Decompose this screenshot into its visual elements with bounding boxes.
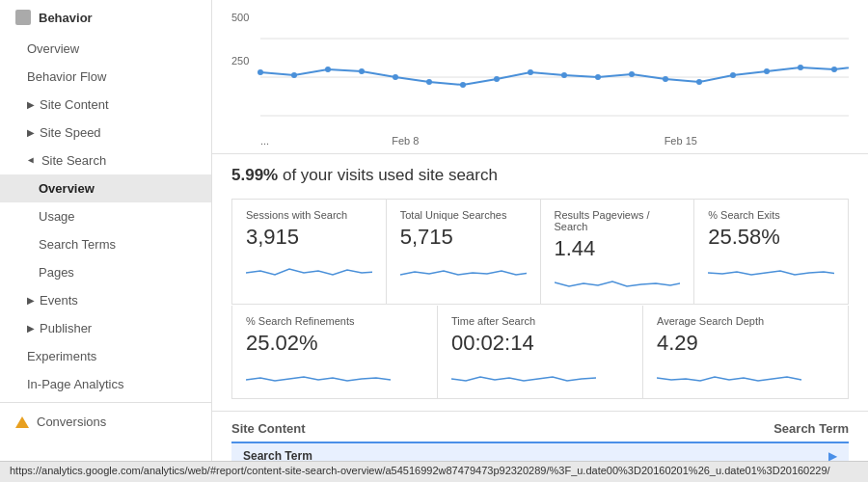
section-headers-row: Site Content Search Term — [231, 421, 849, 436]
stat-value-5: 00:02:14 — [451, 331, 629, 356]
sparkline-1 — [400, 254, 527, 282]
y-label-250: 250 — [231, 53, 249, 67]
sparkline-4 — [246, 360, 423, 388]
y-label-500: 500 — [231, 10, 249, 24]
sidebar-item-in-page-analytics[interactable]: In-Page Analytics — [0, 370, 211, 398]
svg-point-6 — [359, 68, 365, 74]
stat-search-exits: % Search Exits 25.58% — [694, 200, 848, 304]
search-overview-label: Overview — [39, 181, 95, 196]
stats-section: 5.99% of your visits used site search Se… — [212, 154, 868, 411]
sidebar-item-site-content[interactable]: ▶ Site Content — [0, 91, 211, 119]
svg-point-20 — [831, 67, 837, 72]
experiments-label: Experiments — [27, 349, 96, 363]
stats-grid-row2: % Search Refinements 25.02% Time after S… — [231, 306, 849, 399]
table-header-row[interactable]: Search Term ▶ — [231, 442, 849, 461]
svg-point-9 — [460, 82, 466, 88]
x-label-feb15: Feb 15 — [665, 135, 697, 147]
main-content: 500 250 — [212, 0, 868, 461]
svg-point-10 — [494, 76, 500, 82]
stat-value-3: 25.58% — [708, 225, 834, 250]
in-page-analytics-label: In-Page Analytics — [27, 377, 123, 391]
table-header-arrow-icon: ▶ — [828, 449, 837, 461]
stat-label-5: Time after Search — [451, 315, 629, 327]
stat-results-pageviews: Results Pageviews / Search 1.44 — [541, 200, 694, 304]
stat-total-unique: Total Unique Searches 5,715 — [387, 200, 540, 304]
usage-label: Usage — [39, 209, 75, 224]
sparkline-2 — [555, 265, 681, 294]
site-content-section: Site Content Search Term Search Term ▶ — [212, 411, 868, 461]
stat-label-2: Results Pageviews / Search — [555, 209, 681, 232]
site-speed-arrow: ▶ — [27, 127, 35, 138]
svg-point-5 — [325, 67, 331, 72]
sidebar-item-usage[interactable]: Usage — [0, 202, 211, 230]
site-content-label: Site Content — [40, 97, 109, 112]
svg-point-4 — [291, 72, 297, 78]
search-term-section-label: Search Term — [550, 421, 849, 436]
pages-label: Pages — [39, 265, 74, 280]
stat-value-0: 3,915 — [246, 225, 372, 250]
svg-point-13 — [595, 74, 601, 80]
chart-x-labels: ... Feb 8 Feb 15 — [231, 135, 849, 147]
svg-point-17 — [730, 72, 736, 78]
x-label-feb8: Feb 8 — [392, 135, 419, 147]
overview-label: Overview — [27, 41, 79, 56]
sparkline-6 — [657, 360, 834, 388]
svg-point-15 — [663, 76, 668, 82]
svg-point-3 — [258, 69, 263, 75]
sparkline-3 — [708, 254, 834, 282]
stats-headline: 5.99% of your visits used site search — [231, 166, 849, 185]
app-container: Behavior Overview Behavior Flow ▶ Site C… — [0, 0, 868, 461]
events-label: Events — [40, 293, 78, 308]
stat-avg-search-depth: Average Search Depth 4.29 — [643, 306, 848, 398]
conversions-icon — [15, 416, 29, 428]
svg-point-8 — [426, 79, 432, 85]
search-terms-label: Search Terms — [39, 237, 116, 252]
sidebar-item-search-overview[interactable]: Overview — [0, 174, 211, 202]
svg-point-16 — [696, 79, 702, 85]
site-content-section-label: Site Content — [231, 421, 530, 436]
stat-label-6: Average Search Depth — [657, 315, 834, 327]
site-search-arrow: ▼ — [26, 156, 37, 166]
sidebar-item-events[interactable]: ▶ Events — [0, 286, 211, 314]
sidebar-item-site-search[interactable]: ▼ Site Search — [0, 147, 211, 174]
sidebar-item-pages[interactable]: Pages — [0, 258, 211, 286]
svg-point-18 — [764, 68, 770, 74]
publisher-label: Publisher — [40, 321, 92, 335]
stat-value-4: 25.02% — [246, 331, 423, 356]
sparkline-0 — [246, 254, 372, 282]
stat-label-4: % Search Refinements — [246, 315, 423, 327]
sidebar-item-search-terms[interactable]: Search Terms — [0, 230, 211, 258]
conversions-label: Conversions — [37, 415, 106, 429]
stat-label-1: Total Unique Searches — [400, 209, 527, 221]
sidebar-item-conversions[interactable]: Conversions — [0, 407, 211, 437]
stat-value-1: 5,715 — [400, 225, 527, 250]
svg-point-7 — [393, 74, 398, 80]
sidebar-divider — [0, 402, 211, 403]
sidebar-behavior-header[interactable]: Behavior — [0, 0, 211, 35]
headline-text: of your visits used site search — [283, 166, 498, 184]
stat-value-6: 4.29 — [657, 331, 834, 356]
status-bar: https://analytics.google.com/analytics/w… — [0, 461, 868, 482]
publisher-arrow: ▶ — [27, 323, 35, 334]
sidebar-item-overview[interactable]: Overview — [0, 35, 211, 63]
svg-point-12 — [561, 72, 567, 78]
stats-grid-row1: Sessions with Search 3,915 Total Unique … — [231, 199, 849, 305]
sidebar-item-site-speed[interactable]: ▶ Site Speed — [0, 119, 211, 147]
sidebar-item-behavior-flow[interactable]: Behavior Flow — [0, 63, 211, 91]
stat-sessions-with-search: Sessions with Search 3,915 — [232, 200, 386, 304]
table-header-text: Search Term — [243, 449, 828, 461]
stat-label-0: Sessions with Search — [246, 209, 372, 221]
stat-search-refinements: % Search Refinements 25.02% — [232, 306, 437, 398]
status-url: https://analytics.google.com/analytics/w… — [10, 465, 830, 476]
svg-point-19 — [798, 65, 803, 70]
behavior-flow-label: Behavior Flow — [27, 69, 106, 84]
site-speed-label: Site Speed — [40, 125, 101, 140]
sidebar-item-publisher[interactable]: ▶ Publisher — [0, 314, 211, 342]
main-chart-svg — [231, 19, 849, 135]
headline-percent: 5.99% — [231, 166, 278, 184]
chart-area: 500 250 — [212, 0, 868, 154]
site-content-arrow: ▶ — [27, 99, 35, 110]
sidebar-item-experiments[interactable]: Experiments — [0, 342, 211, 370]
sidebar: Behavior Overview Behavior Flow ▶ Site C… — [0, 0, 212, 461]
stat-time-after-search: Time after Search 00:02:14 — [438, 306, 642, 398]
